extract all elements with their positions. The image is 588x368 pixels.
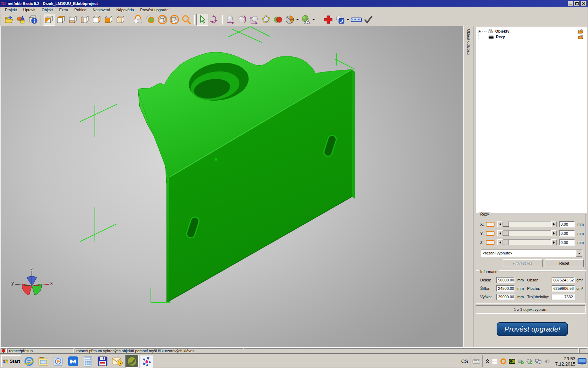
cut-y-slider[interactable] bbox=[497, 230, 557, 236]
move-part-button[interactable] bbox=[224, 14, 236, 26]
language-indicator[interactable]: CS bbox=[459, 356, 470, 367]
menu-objekt[interactable]: Objekt bbox=[38, 7, 56, 13]
triangles-field[interactable]: 7632 bbox=[552, 294, 575, 300]
view-back-button[interactable] bbox=[114, 14, 126, 26]
show-desktop-icon[interactable] bbox=[578, 357, 587, 365]
menu-upravit[interactable]: Upravit bbox=[20, 7, 38, 13]
minimize-button[interactable] bbox=[568, 1, 573, 6]
quicklaunch-save-floppy[interactable] bbox=[96, 355, 109, 368]
slider-right-arrow[interactable] bbox=[551, 230, 557, 236]
add-part-button[interactable] bbox=[15, 14, 27, 26]
height-field[interactable]: 29000.00 bbox=[496, 294, 514, 300]
repair-spheres-button[interactable] bbox=[133, 14, 145, 26]
compare-parts-button[interactable] bbox=[272, 14, 284, 26]
part-tool-dropdown-caret[interactable] bbox=[346, 19, 349, 20]
quicklaunch-maxthon[interactable] bbox=[66, 355, 80, 368]
zoom-button[interactable] bbox=[180, 14, 192, 26]
quicklaunch-calculator[interactable] bbox=[81, 355, 94, 368]
volume-tray-icon[interactable] bbox=[544, 359, 550, 364]
analyse-part-button[interactable] bbox=[145, 14, 156, 26]
volume-field[interactable]: 0875243.52 bbox=[552, 277, 575, 283]
quicklaunch-media-player[interactable] bbox=[52, 355, 65, 368]
view-left-button[interactable] bbox=[79, 14, 91, 26]
menu-napoveda[interactable]: Nápověda bbox=[113, 7, 137, 13]
avira-tray-icon[interactable] bbox=[500, 358, 506, 364]
quicklaunch-internet-explorer[interactable] bbox=[22, 355, 36, 368]
cut-y-value-field[interactable]: 0.00 bbox=[559, 230, 575, 237]
cut-x-value-field[interactable]: 0.00 bbox=[559, 221, 575, 227]
view-right-button[interactable] bbox=[91, 14, 103, 26]
scale-part-button[interactable] bbox=[248, 14, 260, 26]
title-bar[interactable]: netfabb Basic 5.2 - Drzak_LM10UU_B.fabbp… bbox=[0, 0, 588, 7]
menu-provest-upgrade[interactable]: Provést upgrade! bbox=[137, 7, 173, 13]
network-tray-icon[interactable] bbox=[535, 359, 541, 364]
quicklaunch-outlook[interactable] bbox=[111, 355, 124, 368]
menu-projekt[interactable]: Projekt bbox=[2, 7, 20, 13]
cut-pie-dropdown-caret[interactable] bbox=[296, 19, 299, 20]
length-field[interactable]: 50000.00 bbox=[496, 277, 514, 283]
slider-right-arrow[interactable] bbox=[551, 221, 557, 227]
bounding-box-button[interactable] bbox=[156, 14, 168, 26]
slider-thumb[interactable] bbox=[503, 240, 509, 245]
project-info-button[interactable] bbox=[27, 14, 39, 26]
3d-viewport[interactable]: z y x bbox=[0, 26, 463, 347]
shrinkwrap-dropdown-caret[interactable] bbox=[312, 19, 315, 20]
close-button[interactable] bbox=[581, 1, 587, 6]
expand-plus-icon[interactable] bbox=[478, 30, 481, 33]
width-field[interactable]: 24500.00 bbox=[496, 285, 514, 292]
cut-mode-combobox[interactable]: <řezání vypnuto> bbox=[481, 250, 582, 257]
keyboard-tray-icon[interactable] bbox=[470, 356, 482, 367]
cut-z-value-field[interactable]: 0.00 bbox=[559, 239, 575, 246]
cut-z-color-swatch[interactable] bbox=[486, 240, 495, 245]
nvidia-tray-icon[interactable] bbox=[509, 359, 515, 364]
apply-check-button[interactable] bbox=[362, 14, 374, 26]
quicklaunch-spybot[interactable] bbox=[125, 355, 139, 368]
slider-thumb[interactable] bbox=[503, 231, 509, 236]
area-field[interactable]: 6259906.56 bbox=[552, 285, 575, 292]
view-front-button[interactable] bbox=[103, 14, 114, 26]
view-bottom-button[interactable] bbox=[67, 14, 79, 26]
rotate-view-button[interactable] bbox=[208, 14, 220, 26]
start-button[interactable]: Start bbox=[1, 355, 21, 367]
windows-flag-tray-icon[interactable] bbox=[492, 359, 498, 364]
tree-row-objekty[interactable]: Objekty bbox=[477, 28, 586, 34]
reset-cut-button[interactable]: Reset bbox=[545, 259, 584, 267]
execute-cut-button[interactable]: Provést řez bbox=[503, 259, 542, 267]
cut-pie-button[interactable] bbox=[284, 14, 296, 26]
cut-x-color-swatch[interactable] bbox=[486, 222, 495, 227]
slider-thumb[interactable] bbox=[503, 222, 509, 227]
shrinkwrap-button[interactable] bbox=[300, 14, 312, 26]
quicklaunch-netfabb[interactable] bbox=[140, 355, 153, 368]
slider-left-arrow[interactable] bbox=[497, 239, 503, 245]
cut-z-slider[interactable] bbox=[497, 239, 557, 245]
update-check-tray-icon[interactable] bbox=[526, 359, 533, 364]
quicklaunch-file-explorer[interactable] bbox=[37, 355, 50, 368]
combo-dropdown-button[interactable] bbox=[576, 250, 582, 257]
add-repair-button[interactable] bbox=[322, 14, 334, 26]
menu-pohled[interactable]: Pohled bbox=[71, 7, 90, 13]
view-iso-button[interactable] bbox=[43, 14, 55, 26]
load-folder-icon[interactable] bbox=[578, 35, 584, 39]
package-platform-button[interactable] bbox=[168, 14, 180, 26]
collapse-chevron-icon[interactable] bbox=[485, 359, 490, 364]
maximize-button[interactable] bbox=[574, 1, 580, 6]
upgrade-button[interactable]: Provést upgrade! bbox=[497, 322, 568, 336]
tree-row-rezy[interactable]: Řezy bbox=[477, 34, 586, 40]
edit-mesh-button[interactable] bbox=[260, 14, 272, 26]
status-resize-cell[interactable] bbox=[579, 348, 587, 353]
cut-y-color-swatch[interactable] bbox=[486, 231, 495, 236]
measure-button[interactable] bbox=[350, 14, 362, 26]
menu-nastaveni[interactable]: Nastavení bbox=[90, 7, 113, 13]
tray-clock[interactable]: 23:53 7.12.2015 bbox=[553, 356, 578, 367]
slider-left-arrow[interactable] bbox=[497, 230, 503, 236]
cut-x-slider[interactable] bbox=[497, 221, 557, 227]
open-project-button[interactable] bbox=[3, 14, 15, 26]
select-cursor-button[interactable] bbox=[196, 14, 208, 26]
slider-left-arrow[interactable] bbox=[497, 221, 503, 227]
view-top-button[interactable] bbox=[55, 14, 67, 26]
events-panel-strip[interactable]: Oblast událostí bbox=[463, 26, 474, 347]
load-folder-icon[interactable] bbox=[578, 29, 584, 34]
part-tool-blue-button[interactable] bbox=[334, 14, 346, 26]
usb-remove-tray-icon[interactable] bbox=[518, 359, 524, 364]
slider-right-arrow[interactable] bbox=[551, 239, 557, 245]
